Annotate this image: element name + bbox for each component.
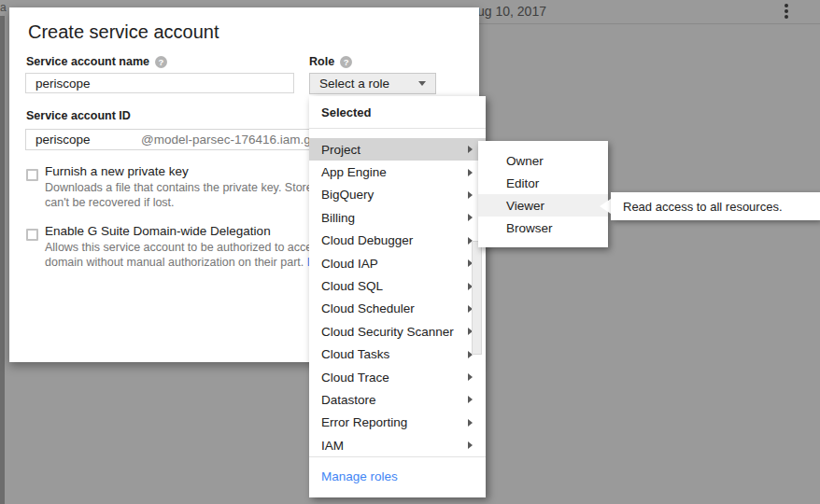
submenu-arrow-icon — [468, 373, 473, 381]
screen: a ug 10, 2017 Create service account Ser… — [0, 0, 820, 504]
gsuite-delegation-checkbox[interactable] — [26, 229, 38, 241]
role-menu-list: ProjectApp EngineBigQueryBillingCloud De… — [309, 129, 486, 456]
role-select-value: Select a role — [319, 77, 389, 91]
role-menu-item-billing[interactable]: Billing — [309, 206, 486, 229]
background-text-fragment: a — [0, 1, 7, 14]
menu-item-label: Cloud Security Scanner — [321, 325, 468, 339]
service-account-name-label: Service account name ? — [26, 55, 167, 68]
submenu-item-label: Viewer — [506, 199, 544, 213]
service-account-id-domain: @model-parsec-176416.iam.gs — [141, 133, 318, 147]
menu-item-label: IAM — [321, 439, 468, 453]
role-menu-item-bigquery[interactable]: BigQuery — [309, 184, 486, 206]
submenu-item-label: Browser — [506, 221, 553, 235]
chevron-down-icon — [418, 81, 426, 86]
menu-item-label: BigQuery — [321, 188, 468, 202]
background-scrollbar — [0, 16, 5, 504]
menu-item-label: Cloud Scheduler — [321, 301, 468, 315]
help-icon[interactable]: ? — [340, 56, 352, 68]
gsuite-desc-line2: domain without manual authorization on t… — [45, 256, 337, 269]
role-tooltip: Read access to all resources. — [611, 192, 820, 220]
service-account-id-value: periscope — [35, 133, 141, 147]
background-date-text: ug 10, 2017 — [477, 4, 546, 19]
project-role-submenu: OwnerEditorViewerBrowser — [478, 141, 608, 247]
role-dropdown-menu: Selected ProjectApp EngineBigQueryBillin… — [309, 96, 486, 497]
submenu-arrow-icon — [468, 419, 473, 427]
service-account-name-input[interactable] — [25, 73, 294, 93]
furnish-key-checkbox[interactable] — [26, 169, 38, 181]
menu-item-label: Cloud Debugger — [321, 233, 468, 247]
role-menu-item-app-engine[interactable]: App Engine — [309, 161, 486, 183]
submenu-arrow-icon — [468, 441, 473, 449]
menu-item-label: Cloud SQL — [321, 279, 468, 293]
dialog-title: Create service account — [28, 21, 219, 43]
furnish-key-desc-line2: can't be recovered if lost. — [45, 196, 175, 209]
gsuite-delegation-label: Enable G Suite Domain-wide Delegation — [45, 224, 271, 238]
menu-item-label: Billing — [321, 211, 468, 225]
menu-item-label: Project — [321, 143, 468, 157]
menu-item-label: Error Reporting — [321, 415, 468, 429]
tooltip-text: Read access to all resources. — [623, 200, 783, 214]
furnish-key-label: Furnish a new private key — [45, 164, 189, 178]
role-menu-item-error-reporting[interactable]: Error Reporting — [309, 412, 486, 434]
submenu-arrow-icon — [468, 191, 473, 199]
gsuite-desc-line1: Allows this service account to be author… — [45, 241, 339, 254]
role-menu-item-cloud-security-scanner[interactable]: Cloud Security Scanner — [309, 320, 486, 343]
role-menu-item-cloud-scheduler[interactable]: Cloud Scheduler — [309, 298, 486, 320]
role-label: Role ? — [309, 55, 352, 68]
menu-item-label: Datastore — [321, 393, 468, 407]
menu-item-label: Cloud Tasks — [321, 347, 468, 361]
submenu-item-owner[interactable]: Owner — [478, 149, 608, 172]
furnish-key-desc-line1: Downloads a file that contains the priva… — [45, 181, 350, 194]
role-menu-item-cloud-tasks[interactable]: Cloud Tasks — [309, 343, 486, 366]
role-menu-item-project[interactable]: Project — [309, 138, 486, 161]
role-select[interactable]: Select a role — [309, 73, 436, 94]
submenu-item-label: Editor — [506, 176, 539, 190]
role-menu-header: Selected — [309, 96, 486, 129]
submenu-item-browser[interactable]: Browser — [478, 217, 608, 239]
role-menu-item-cloud-iap[interactable]: Cloud IAP — [309, 252, 486, 274]
more-options-icon[interactable] — [785, 4, 788, 19]
help-icon[interactable]: ? — [155, 56, 167, 68]
role-menu-item-cloud-debugger[interactable]: Cloud Debugger — [309, 230, 486, 252]
submenu-item-label: Owner — [506, 154, 544, 168]
menu-item-label: Cloud Trace — [321, 371, 468, 385]
role-menu-item-cloud-trace[interactable]: Cloud Trace — [309, 366, 486, 388]
service-account-id-label: Service account ID — [26, 109, 131, 122]
submenu-item-editor[interactable]: Editor — [478, 172, 608, 194]
manage-roles-link[interactable]: Manage roles — [309, 457, 486, 495]
menu-item-label: Cloud IAP — [321, 257, 468, 271]
submenu-arrow-icon — [468, 214, 473, 221]
submenu-arrow-icon — [468, 396, 473, 403]
submenu-arrow-icon — [468, 169, 473, 176]
role-menu-item-datastore[interactable]: Datastore — [309, 388, 486, 411]
menu-item-label: App Engine — [321, 165, 468, 179]
tooltip-arrow-icon — [600, 199, 611, 214]
role-menu-item-cloud-sql[interactable]: Cloud SQL — [309, 274, 486, 297]
role-menu-item-iam[interactable]: IAM — [309, 434, 486, 456]
submenu-arrow-icon — [468, 146, 473, 153]
background-topbar-divider — [479, 23, 820, 24]
menu-scrollbar-thumb[interactable] — [472, 241, 482, 355]
submenu-item-viewer[interactable]: Viewer — [478, 194, 608, 217]
